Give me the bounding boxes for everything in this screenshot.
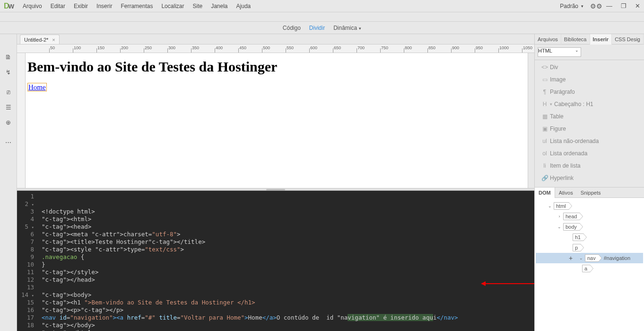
secondary-toolbar xyxy=(0,12,644,22)
code-line[interactable]: "c-tag"><h1 ">Bem-vindo ao Site de Teste… xyxy=(42,299,534,306)
view-dividir[interactable]: Dividir xyxy=(309,25,325,31)
insert-item[interactable]: H▾Cabeçalho : H1 xyxy=(535,98,644,110)
code-line[interactable]: "c-tag"><title>Teste Hostinger"c-tag"></… xyxy=(42,238,534,246)
menu-janela[interactable]: Janela xyxy=(211,3,227,9)
panel-tab-css[interactable]: CSS Desig xyxy=(612,34,644,45)
code-line[interactable]: "c-tag"></head> xyxy=(42,276,534,284)
dom-add-icon[interactable]: + xyxy=(566,253,575,263)
insert-item[interactable]: liItem de lista xyxy=(535,160,644,172)
menu-site[interactable]: Site xyxy=(192,3,202,9)
code-line[interactable]: "c-tag"><body> xyxy=(42,291,534,299)
horizontal-ruler: 5010015020025030035040045050055060065070… xyxy=(17,45,534,53)
left-toolbar: 🗎 ↯ ⎚ ☰ ⊕ ⋯ xyxy=(0,34,17,331)
code-gutter: 12▾345▾67891011121314▾15161718 xyxy=(17,191,39,331)
code-view[interactable]: 12▾345▾67891011121314▾15161718 <!doctype… xyxy=(17,191,534,331)
view-switcher: Código Dividir Dinâmica▾ xyxy=(0,22,644,34)
window-restore-icon[interactable]: ❐ xyxy=(621,2,627,9)
code-line[interactable]: "c-tag"></html> xyxy=(42,329,534,331)
insert-item-label: Figure xyxy=(550,125,566,132)
code-line[interactable]: "c-tag"><head> xyxy=(42,223,534,231)
insert-item[interactable]: ▣Figure xyxy=(535,123,644,135)
insert-item[interactable]: 🔗Hyperlink xyxy=(535,172,644,184)
code-line[interactable]: <nav id="navigation"><a href="#" title="… xyxy=(42,314,534,322)
tool-wand-icon[interactable]: ↯ xyxy=(2,66,15,78)
window-minimize-icon[interactable]: — xyxy=(606,2,612,9)
tool-target-icon[interactable]: ⊕ xyxy=(2,116,15,128)
panel-tab-arquivos[interactable]: Arquivos xyxy=(535,34,561,45)
dom-node[interactable]: +⌄nav#navigation xyxy=(536,253,643,263)
insert-item-icon: ▭ xyxy=(540,76,550,83)
menu-ferramentas[interactable]: Ferramentas xyxy=(121,3,153,9)
insert-item[interactable]: ▭Image xyxy=(535,73,644,86)
dom-node[interactable]: ⌄body xyxy=(536,222,643,232)
code-line[interactable]: .navegacao { xyxy=(42,253,534,261)
panel-tab-dom[interactable]: DOM xyxy=(535,188,555,198)
view-codigo[interactable]: Código xyxy=(283,25,301,31)
panel-tab-inserir[interactable]: Inserir xyxy=(590,34,612,45)
insert-item-label: Cabeçalho : H1 xyxy=(554,101,593,107)
code-line[interactable]: <!doctype html> xyxy=(42,208,534,215)
insert-item-icon: ol xyxy=(540,150,550,157)
panel-tabs-top: Arquivos Biblioteca Inserir CSS Desig xyxy=(535,34,644,45)
insert-item[interactable]: ulLista não-ordenada xyxy=(535,135,644,147)
document-tab-title: Untitled-2* xyxy=(24,37,48,43)
code-line[interactable]: "c-tag"></style> xyxy=(42,268,534,276)
menu-bar: Dw Arquivo Editar Exibir Inserir Ferrame… xyxy=(0,0,644,12)
menu-localizar[interactable]: Localizar xyxy=(161,3,184,9)
tool-file-icon[interactable]: 🗎 xyxy=(2,51,15,63)
tool-inspect-icon[interactable]: ⎚ xyxy=(2,86,15,98)
close-tab-icon[interactable]: × xyxy=(52,37,55,43)
menu-exibir[interactable]: Exibir xyxy=(74,3,88,9)
code-line[interactable]: } xyxy=(42,261,534,268)
panel-tab-snippets[interactable]: Snippets xyxy=(577,188,605,198)
insert-item-label: Parágrafo xyxy=(550,89,575,95)
insert-item-icon: li xyxy=(540,162,550,169)
design-view[interactable]: Bem-vindo ao Site de Testes da Hostinger… xyxy=(26,53,528,188)
code-line[interactable]: "c-tag"><html> xyxy=(42,215,534,223)
document-tabs: Untitled-2* × xyxy=(17,34,534,45)
preview-link-home[interactable]: Home xyxy=(27,83,47,91)
code-line[interactable]: "c-tag"></body> xyxy=(42,322,534,329)
menu-inserir[interactable]: Inserir xyxy=(96,3,112,9)
menu-ajuda[interactable]: Ajuda xyxy=(236,3,251,9)
view-dinamica[interactable]: Dinâmica▾ xyxy=(333,25,361,31)
insert-item[interactable]: ▦Table xyxy=(535,110,644,123)
design-scrollbar[interactable] xyxy=(528,53,534,188)
code-line[interactable]: "c-tag"><meta "c-attr">charset="utf-8"> xyxy=(42,231,534,238)
dom-node[interactable]: h1 xyxy=(536,232,643,242)
tool-list-icon[interactable]: ☰ xyxy=(2,101,15,113)
insert-item-label: Lista ordenada xyxy=(550,150,587,157)
panel-tab-biblioteca[interactable]: Biblioteca xyxy=(561,34,590,45)
panel-tab-ativos[interactable]: Ativos xyxy=(555,188,577,198)
insert-item[interactable]: ¶Parágrafo xyxy=(535,86,644,98)
tool-more-icon[interactable]: ⋯ xyxy=(2,136,15,148)
insert-item-label: Hyperlink xyxy=(550,175,574,181)
menu-editar[interactable]: Editar xyxy=(51,3,65,9)
code-line[interactable] xyxy=(42,284,534,291)
dom-node[interactable]: ⌄html xyxy=(536,201,643,211)
dom-node[interactable]: p xyxy=(536,242,643,253)
dom-node[interactable]: a xyxy=(536,263,643,274)
insert-item-icon: ▣ xyxy=(540,125,550,132)
vertical-ruler xyxy=(17,53,26,188)
insert-category-select[interactable]: HTML⌄ xyxy=(538,47,581,57)
insert-item-icon: ul xyxy=(540,138,550,144)
window-close-icon[interactable]: ✕ xyxy=(635,2,640,9)
code-line[interactable]: "c-tag"><style "c-attr">type="text/css"> xyxy=(42,246,534,253)
code-line[interactable]: "c-tag"><p>"c-tag"></p> xyxy=(42,306,534,314)
dom-tree[interactable]: ⌄html›head⌄bodyh1p+⌄nav#navigationa xyxy=(535,198,644,331)
menu-arquivo[interactable]: Arquivo xyxy=(23,3,42,9)
insert-item-icon: 🔗 xyxy=(540,175,550,181)
insert-item-icon: <> xyxy=(540,64,550,71)
sync-settings-icon[interactable]: ⚙⚙ xyxy=(590,2,602,10)
code-content[interactable]: <!doctype html>"c-tag"><html>"c-tag"><he… xyxy=(39,191,534,331)
insert-item-icon: ▦ xyxy=(540,113,550,120)
insert-item[interactable]: <>Div xyxy=(535,61,644,73)
insert-item[interactable]: olLista ordenada xyxy=(535,147,644,160)
workspace-dropdown[interactable]: Padrão▾ xyxy=(560,3,583,9)
dom-node[interactable]: ›head xyxy=(536,211,643,222)
panel-tabs-bottom: DOM Ativos Snippets xyxy=(535,188,644,198)
insert-item-label: Image xyxy=(550,76,566,83)
document-tab[interactable]: Untitled-2* × xyxy=(20,35,60,44)
preview-heading: Bem-vindo ao Site de Testes da Hostinger xyxy=(27,59,526,75)
